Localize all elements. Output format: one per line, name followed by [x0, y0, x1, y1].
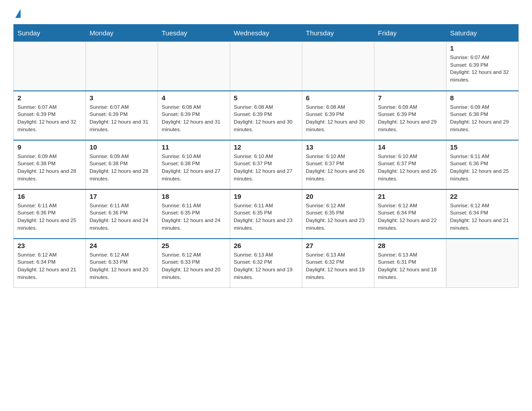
calendar-cell: 2Sunrise: 6:07 AM Sunset: 6:39 PM Daylig… [14, 91, 86, 140]
day-number: 12 [234, 143, 298, 151]
day-number: 4 [162, 94, 226, 102]
day-info: Sunrise: 6:12 AM Sunset: 6:34 PM Dayligh… [378, 202, 442, 232]
day-info: Sunrise: 6:13 AM Sunset: 6:32 PM Dayligh… [306, 251, 370, 281]
day-number: 1 [450, 44, 515, 52]
day-info: Sunrise: 6:13 AM Sunset: 6:31 PM Dayligh… [378, 251, 442, 281]
day-number: 2 [17, 94, 82, 102]
day-info: Sunrise: 6:12 AM Sunset: 6:34 PM Dayligh… [450, 202, 515, 232]
day-info: Sunrise: 6:09 AM Sunset: 6:38 PM Dayligh… [450, 103, 515, 133]
day-info: Sunrise: 6:10 AM Sunset: 6:37 PM Dayligh… [378, 153, 442, 183]
day-info: Sunrise: 6:11 AM Sunset: 6:36 PM Dayligh… [450, 153, 515, 183]
day-number: 16 [17, 193, 82, 200]
day-info: Sunrise: 6:11 AM Sunset: 6:35 PM Dayligh… [162, 202, 226, 232]
day-info: Sunrise: 6:08 AM Sunset: 6:39 PM Dayligh… [162, 103, 226, 133]
page-header [13, 9, 519, 20]
calendar-week-row: 2Sunrise: 6:07 AM Sunset: 6:39 PM Daylig… [14, 91, 519, 140]
calendar-cell: 14Sunrise: 6:10 AM Sunset: 6:37 PM Dayli… [374, 140, 446, 189]
calendar-cell [446, 239, 519, 288]
calendar-cell: 11Sunrise: 6:10 AM Sunset: 6:38 PM Dayli… [158, 140, 230, 189]
calendar-cell: 4Sunrise: 6:08 AM Sunset: 6:39 PM Daylig… [158, 91, 230, 140]
day-info: Sunrise: 6:07 AM Sunset: 6:39 PM Dayligh… [450, 54, 515, 84]
day-number: 7 [378, 94, 442, 102]
day-number: 22 [450, 193, 515, 200]
calendar-cell [158, 42, 230, 91]
day-number: 8 [450, 94, 515, 102]
day-info: Sunrise: 6:12 AM Sunset: 6:33 PM Dayligh… [162, 251, 226, 281]
day-info: Sunrise: 6:08 AM Sunset: 6:39 PM Dayligh… [234, 103, 298, 133]
day-info: Sunrise: 6:09 AM Sunset: 6:39 PM Dayligh… [378, 103, 442, 133]
calendar-week-row: 16Sunrise: 6:11 AM Sunset: 6:36 PM Dayli… [14, 189, 519, 239]
calendar-cell [14, 42, 86, 91]
day-info: Sunrise: 6:11 AM Sunset: 6:36 PM Dayligh… [17, 202, 82, 232]
day-number: 3 [90, 94, 154, 102]
calendar-cell: 21Sunrise: 6:12 AM Sunset: 6:34 PM Dayli… [374, 189, 446, 239]
calendar-header-thursday: Thursday [302, 25, 374, 42]
calendar-cell [302, 42, 374, 91]
day-info: Sunrise: 6:10 AM Sunset: 6:37 PM Dayligh… [306, 153, 370, 183]
calendar-cell: 5Sunrise: 6:08 AM Sunset: 6:39 PM Daylig… [230, 91, 302, 140]
day-number: 21 [378, 193, 442, 200]
calendar-week-row: 1Sunrise: 6:07 AM Sunset: 6:39 PM Daylig… [14, 42, 519, 91]
day-info: Sunrise: 6:12 AM Sunset: 6:34 PM Dayligh… [17, 251, 82, 281]
calendar-cell: 10Sunrise: 6:09 AM Sunset: 6:38 PM Dayli… [86, 140, 158, 189]
calendar-table: SundayMondayTuesdayWednesdayThursdayFrid… [13, 24, 519, 288]
calendar-cell: 9Sunrise: 6:09 AM Sunset: 6:38 PM Daylig… [14, 140, 86, 189]
day-number: 15 [450, 143, 515, 151]
day-info: Sunrise: 6:10 AM Sunset: 6:38 PM Dayligh… [162, 153, 226, 183]
calendar-cell: 28Sunrise: 6:13 AM Sunset: 6:31 PM Dayli… [374, 239, 446, 288]
calendar-cell: 3Sunrise: 6:07 AM Sunset: 6:39 PM Daylig… [86, 91, 158, 140]
calendar-cell: 15Sunrise: 6:11 AM Sunset: 6:36 PM Dayli… [446, 140, 519, 189]
day-info: Sunrise: 6:11 AM Sunset: 6:35 PM Dayligh… [234, 202, 298, 232]
day-number: 18 [162, 193, 226, 200]
calendar-cell: 12Sunrise: 6:10 AM Sunset: 6:37 PM Dayli… [230, 140, 302, 189]
calendar-cell: 17Sunrise: 6:11 AM Sunset: 6:36 PM Dayli… [86, 189, 158, 239]
calendar-cell: 26Sunrise: 6:13 AM Sunset: 6:32 PM Dayli… [230, 239, 302, 288]
calendar-cell: 13Sunrise: 6:10 AM Sunset: 6:37 PM Dayli… [302, 140, 374, 189]
day-number: 28 [378, 242, 442, 249]
calendar-cell: 23Sunrise: 6:12 AM Sunset: 6:34 PM Dayli… [14, 239, 86, 288]
calendar-cell: 7Sunrise: 6:09 AM Sunset: 6:39 PM Daylig… [374, 91, 446, 140]
calendar-header-row: SundayMondayTuesdayWednesdayThursdayFrid… [14, 25, 519, 42]
logo-triangle-icon [15, 9, 21, 18]
calendar-cell: 24Sunrise: 6:12 AM Sunset: 6:33 PM Dayli… [86, 239, 158, 288]
day-number: 5 [234, 94, 298, 102]
logo [13, 9, 21, 20]
calendar-cell: 19Sunrise: 6:11 AM Sunset: 6:35 PM Dayli… [230, 189, 302, 239]
calendar-cell [374, 42, 446, 91]
calendar-cell: 16Sunrise: 6:11 AM Sunset: 6:36 PM Dayli… [14, 189, 86, 239]
day-number: 11 [162, 143, 226, 151]
calendar-cell: 27Sunrise: 6:13 AM Sunset: 6:32 PM Dayli… [302, 239, 374, 288]
day-info: Sunrise: 6:09 AM Sunset: 6:38 PM Dayligh… [90, 153, 154, 183]
calendar-cell: 18Sunrise: 6:11 AM Sunset: 6:35 PM Dayli… [158, 189, 230, 239]
day-number: 10 [90, 143, 154, 151]
day-info: Sunrise: 6:07 AM Sunset: 6:39 PM Dayligh… [90, 103, 154, 133]
calendar-cell: 8Sunrise: 6:09 AM Sunset: 6:38 PM Daylig… [446, 91, 519, 140]
calendar-header-wednesday: Wednesday [230, 25, 302, 42]
day-info: Sunrise: 6:07 AM Sunset: 6:39 PM Dayligh… [17, 103, 82, 133]
calendar-cell: 6Sunrise: 6:08 AM Sunset: 6:39 PM Daylig… [302, 91, 374, 140]
day-info: Sunrise: 6:09 AM Sunset: 6:38 PM Dayligh… [17, 153, 82, 183]
day-info: Sunrise: 6:10 AM Sunset: 6:37 PM Dayligh… [234, 153, 298, 183]
day-number: 17 [90, 193, 154, 200]
day-info: Sunrise: 6:13 AM Sunset: 6:32 PM Dayligh… [234, 251, 298, 281]
day-info: Sunrise: 6:08 AM Sunset: 6:39 PM Dayligh… [306, 103, 370, 133]
calendar-header-friday: Friday [374, 25, 446, 42]
calendar-cell: 20Sunrise: 6:12 AM Sunset: 6:35 PM Dayli… [302, 189, 374, 239]
day-info: Sunrise: 6:12 AM Sunset: 6:35 PM Dayligh… [306, 202, 370, 232]
calendar-header-sunday: Sunday [14, 25, 86, 42]
calendar-week-row: 23Sunrise: 6:12 AM Sunset: 6:34 PM Dayli… [14, 239, 519, 288]
day-number: 26 [234, 242, 298, 249]
calendar-cell: 22Sunrise: 6:12 AM Sunset: 6:34 PM Dayli… [446, 189, 519, 239]
day-number: 9 [17, 143, 82, 151]
day-number: 25 [162, 242, 226, 249]
calendar-header-tuesday: Tuesday [158, 25, 230, 42]
calendar-cell: 25Sunrise: 6:12 AM Sunset: 6:33 PM Dayli… [158, 239, 230, 288]
calendar-cell: 1Sunrise: 6:07 AM Sunset: 6:39 PM Daylig… [446, 42, 519, 91]
day-number: 6 [306, 94, 370, 102]
day-number: 23 [17, 242, 82, 249]
day-number: 24 [90, 242, 154, 249]
day-number: 27 [306, 242, 370, 249]
day-info: Sunrise: 6:11 AM Sunset: 6:36 PM Dayligh… [90, 202, 154, 232]
day-number: 14 [378, 143, 442, 151]
calendar-cell [86, 42, 158, 91]
